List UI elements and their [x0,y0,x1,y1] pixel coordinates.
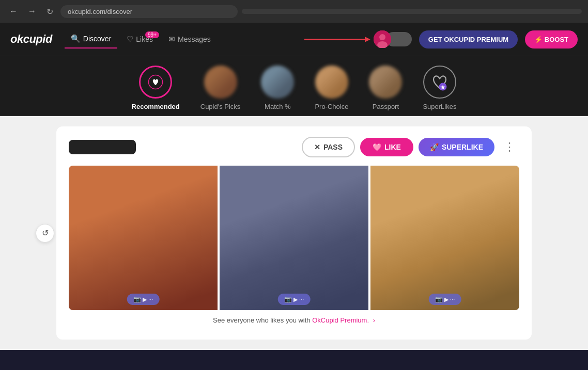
pro-choice-label: Pro-Choice [315,103,348,110]
pass-button[interactable]: ✕ PASS [302,137,355,157]
superlike-button[interactable]: 🚀 SUPERLIKE [419,138,494,156]
photo-1[interactable]: 📷 ▶ ··· [69,166,218,310]
passport-label: Passport [373,103,399,110]
category-match[interactable]: Match % [261,66,294,110]
refresh-button[interactable]: ↻ [43,5,56,19]
category-cupids-picks[interactable]: Cupid's Picks [200,66,241,110]
pro-choice-icon-container [315,66,348,99]
logo: okcupid [10,33,52,46]
category-nav: Recommended Cupid's Picks Match % Pro-Ch… [0,56,588,116]
profile-card: ↺ ✕ PASS 🩷 LIKE 🚀 SUPERLIKE [56,126,532,340]
address-bar[interactable]: okcupid.com/discover [60,5,238,18]
photo-2-label: 📷 ▶ ··· [278,294,311,305]
superlikes-label: SuperLikes [423,103,456,110]
nav-messages-label: Messages [178,35,211,43]
photo-1-label: 📷 ▶ ··· [127,294,160,305]
superlikes-icon-container: ★ [423,66,456,99]
match-label: Match % [265,103,291,110]
like-label: LIKE [384,143,401,151]
promo-link[interactable]: OkCupid Premium. [312,316,369,324]
main-content: ↺ ✕ PASS 🩷 LIKE 🚀 SUPERLIKE [0,116,588,350]
photo-2[interactable]: 📷 ▶ ··· [220,166,368,310]
premium-button[interactable]: GET OKCUPID PREMIUM [419,30,518,49]
forward-button[interactable]: → [25,5,39,18]
promo-text: See everyone who likes you with [213,316,312,324]
header-right: GET OKCUPID PREMIUM ⚡ BOOST [304,30,578,49]
photo-3-label: 📷 ▶ ··· [429,294,461,305]
photo-grid: 📷 ▶ ··· 📷 ▶ ··· 📷 ▶ ··· [69,166,519,310]
photo-2-overlay-text: ▶ ··· [293,296,304,302]
superlikes-icon: ★ [424,67,455,98]
superlike-star-icon: 🚀 [430,143,439,151]
like-heart-icon: 🩷 [373,143,381,151]
match-icon-container [261,66,294,99]
nav-likes[interactable]: ♡ Likes 99+ [120,30,159,48]
photo-1-overlay-text: ▶ ··· [143,296,153,302]
arrow-indicator [304,39,366,40]
cupids-picks-label: Cupid's Picks [200,103,241,110]
browser-chrome: ← → ↻ okcupid.com/discover [0,0,588,23]
promo-bar: See everyone who likes you with OkCupid … [69,310,519,324]
header: okcupid 🔍 Discover ♡ Likes 99+ ✉ Message… [0,23,588,56]
photo-3-overlay-text: ▶ ··· [444,296,455,302]
arrow-line [304,39,366,40]
search-bar[interactable] [242,9,582,14]
svg-point-4 [155,82,157,84]
promo-chevron: › [373,316,375,324]
card-header: ✕ PASS 🩷 LIKE 🚀 SUPERLIKE ⋮ [69,137,519,157]
toggle-container[interactable] [374,30,412,48]
refresh-button[interactable]: ↺ [36,224,54,243]
category-recommended[interactable]: Recommended [132,66,180,110]
user-avatar [374,30,391,48]
app-container: okcupid 🔍 Discover ♡ Likes 99+ ✉ Message… [0,23,588,350]
heart-bulb-icon [148,74,163,90]
passport-icon-container [369,66,402,99]
pass-x-icon: ✕ [314,143,320,151]
cupids-picks-icon-container [204,66,237,99]
main-nav: 🔍 Discover ♡ Likes 99+ ✉ Messages [65,30,217,49]
profile-name-bar [69,140,136,154]
category-pro-choice[interactable]: Pro-Choice [315,66,348,110]
more-options-button[interactable]: ⋮ [500,138,519,156]
photo-3[interactable]: 📷 ▶ ··· [370,166,519,310]
svg-text:★: ★ [440,84,446,90]
pass-label: PASS [323,143,343,151]
recommended-label: Recommended [132,103,180,110]
category-passport[interactable]: Passport [369,66,402,110]
like-button[interactable]: 🩷 LIKE [360,138,413,156]
boost-button[interactable]: ⚡ BOOST [525,30,578,49]
discover-icon: 🔍 [71,34,81,43]
back-button[interactable]: ← [6,5,21,18]
nav-messages[interactable]: ✉ Messages [162,30,217,48]
nav-discover-label: Discover [83,35,111,43]
superlike-label: SUPERLIKE [442,143,483,151]
likes-badge: 99+ [145,31,159,38]
avatar-icon [374,30,391,48]
messages-icon: ✉ [168,35,175,44]
recommended-icon-container [139,66,172,99]
svg-point-1 [379,34,385,40]
category-superlikes[interactable]: ★ SuperLikes [423,66,456,110]
likes-icon: ♡ [127,35,133,44]
action-buttons: ✕ PASS 🩷 LIKE 🚀 SUPERLIKE ⋮ [302,137,519,157]
nav-discover[interactable]: 🔍 Discover [65,30,117,49]
